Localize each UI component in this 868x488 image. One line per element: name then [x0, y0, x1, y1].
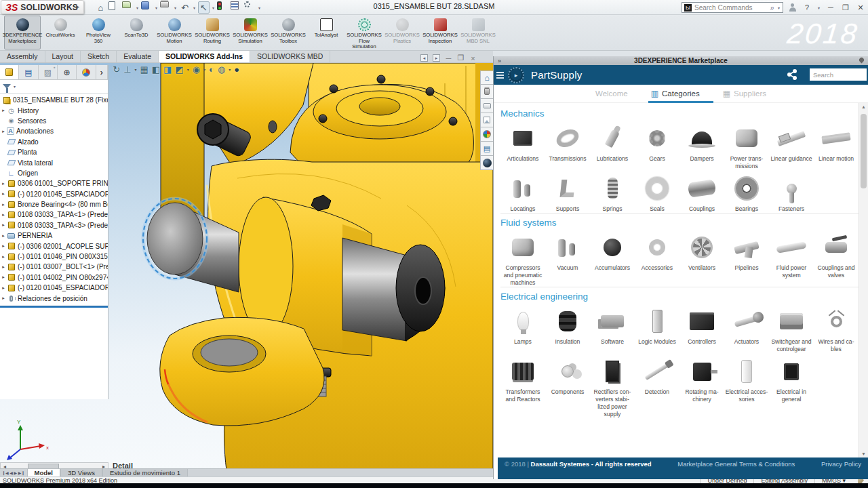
search-commands-input[interactable]: Ы Search Commands ⌕▾ [682, 2, 783, 13]
doc-tab-3d-views[interactable]: 3D Views [60, 469, 102, 476]
tab-evaluate[interactable]: Evaluate [117, 51, 159, 62]
undo-icon[interactable]: ↶ [179, 1, 191, 14]
category-item[interactable]: Fluid power system [769, 229, 814, 287]
tree-item[interactable]: ▸(-) 0120 01045_ESPACIADOR Ø81xØ1 [0, 283, 108, 293]
expand-arrow-icon[interactable]: ▸ [0, 202, 7, 207]
taskpane-home-icon[interactable]: ⌂ [480, 70, 494, 85]
dropdown-caret-icon[interactable]: ▾ [212, 5, 214, 10]
category-item[interactable]: Transformers and Reactors [500, 353, 545, 418]
tree-item[interactable]: ▸0108 03033_TAPA<3> (Predetermina [0, 220, 108, 230]
tab-solidworks-mbd[interactable]: SOLIDWORKS MBD [250, 51, 330, 62]
print-icon[interactable] [160, 1, 172, 14]
category-item[interactable]: Bearings [724, 170, 769, 213]
category-item[interactable]: Couplings and valves [814, 229, 859, 287]
footer-privacy-link[interactable]: Privacy Policy [821, 460, 861, 479]
next-window-icon[interactable]: ▸ [433, 54, 440, 62]
doc-tab-estudio-de-movimiento-1[interactable]: Estudio de movimiento 1 [102, 469, 188, 476]
category-item[interactable]: Gears [635, 120, 679, 170]
rebuild-traffic-light-icon[interactable] [217, 1, 229, 14]
scene-icon[interactable]: ◍ [218, 64, 225, 75]
category-item[interactable]: Fasteners [769, 170, 814, 213]
display-style-edges-icon[interactable]: ◨ [163, 64, 172, 75]
dropdown-caret-icon[interactable]: ▾ [193, 5, 195, 10]
partsupply-tab-suppliers[interactable]: ▦Suppliers [723, 89, 766, 98]
expand-arrow-icon[interactable]: ▸ [0, 233, 7, 239]
search-icon[interactable]: ⌕ [770, 3, 774, 12]
share-icon[interactable] [787, 69, 797, 83]
tree-item[interactable]: ▸0108 03033_TAPA<1> (Predetermina [0, 209, 108, 220]
help-caret-icon[interactable]: ▾ [818, 5, 820, 10]
expand-arrow-icon[interactable]: ▸ [0, 254, 7, 260]
ribbon-button-simulation[interactable]: SOLIDWORKS Simulation [232, 16, 269, 49]
appearance-icon[interactable]: ◐ [209, 64, 214, 75]
category-item[interactable]: Accessories [635, 229, 679, 287]
taskpane-design-library-icon[interactable] [480, 113, 494, 127]
rotate-view-icon[interactable]: ↻ [113, 64, 120, 75]
expand-arrow-icon[interactable]: ▸ [0, 296, 7, 301]
partsupply-tab-welcome[interactable]: Welcome [595, 89, 628, 98]
dropdown-caret-icon[interactable]: ▾ [136, 5, 138, 10]
tree-item[interactable]: ▸(-) 0101 03007_BOLT<1> (Predeterm [0, 262, 108, 272]
view-orientation-icon[interactable]: ● [234, 64, 239, 75]
category-item[interactable]: Articulations [500, 120, 545, 170]
tree-tabs-overflow[interactable]: › [96, 65, 108, 79]
footer-terms-link[interactable]: Marketplace General Terms & Conditions [672, 460, 801, 479]
dropdown-caret-icon[interactable]: ▾ [229, 67, 231, 72]
category-item[interactable]: Accumulators [590, 229, 635, 287]
tree-item[interactable]: ▸0306 01001_SOPORTE PRINCIPAL DE [0, 178, 108, 188]
taskpane-file-explorer-icon[interactable] [480, 99, 494, 113]
dropdown-caret-icon[interactable]: ▾ [174, 5, 176, 10]
expand-arrow-icon[interactable]: ▸ [0, 129, 7, 134]
taskpane-recycle-icon[interactable] [480, 85, 494, 99]
tab-sketch[interactable]: Sketch [81, 51, 117, 62]
category-item[interactable]: Actuators [724, 303, 769, 353]
category-item[interactable]: Detection [635, 353, 679, 418]
category-item[interactable]: Supports [545, 170, 590, 213]
tree-item[interactable]: 0315_ENSAMBLE BUT 28 (Fixed) [0, 95, 108, 105]
expand-arrow-icon[interactable]: ▸ [0, 243, 7, 249]
prev-window-icon[interactable]: ◂ [420, 54, 428, 62]
view-settings-icon[interactable]: ▦ [140, 64, 148, 75]
tab-assembly[interactable]: Assembly [0, 51, 45, 62]
tab-displaymanager[interactable] [77, 65, 96, 79]
file-properties-icon[interactable] [231, 1, 242, 14]
ribbon-button-motion[interactable]: SOLIDWORKS Motion [156, 16, 193, 49]
category-item[interactable]: Logic Modules [635, 303, 679, 353]
display-style-wire-icon[interactable]: ◩ [175, 64, 183, 75]
ribbon-button-photoview[interactable]: PhotoView 360 [80, 16, 117, 49]
ribbon-button-toolbox[interactable]: SOLIDWORKS Toolbox [270, 16, 307, 49]
dropdown-caret-icon[interactable]: ▾ [203, 67, 205, 72]
category-item[interactable]: Springs [590, 170, 635, 213]
expand-arrow-icon[interactable]: ▸ [0, 222, 7, 228]
close-button[interactable]: ✕ [856, 3, 865, 12]
tree-item[interactable]: ◉Sensores [0, 116, 108, 126]
help-button[interactable]: ? [802, 3, 812, 12]
save-icon[interactable] [141, 1, 153, 14]
ribbon-button-inspection[interactable]: SOLIDWORKS Inspection [422, 16, 458, 49]
tree-item[interactable]: ▸(-) 0120 01045_ESPACIADOR Ø81xØ1 [0, 189, 108, 199]
tab-navigation-buttons[interactable]: ❙◀ ◀ ▶ ▶❙ [0, 469, 27, 476]
category-item[interactable]: Controllers [679, 303, 724, 353]
ribbon-button-scanto3d[interactable]: ScanTo3D [118, 16, 155, 49]
taskpane-appearances-icon[interactable] [480, 127, 494, 142]
ribbon-button-tolanalyst[interactable]: TolAnalyst [308, 16, 344, 49]
ribbon-button-routing[interactable]: SOLIDWORKS Routing [194, 16, 231, 49]
category-item[interactable]: Software [590, 303, 635, 353]
tree-item[interactable]: ▸Bronze Bearing<4> (80 mm Bore X 5 [0, 199, 108, 209]
tab-solidworks-add-ins[interactable]: SOLIDWORKS Add-Ins [159, 51, 250, 62]
category-item[interactable]: Linear motion [814, 120, 859, 170]
home-icon[interactable]: ⌂ [95, 1, 106, 14]
expand-arrow-icon[interactable]: ▸ [0, 108, 7, 113]
taskpane-custom-properties-icon[interactable]: ▤ [480, 142, 494, 156]
new-document-icon[interactable] [108, 1, 120, 14]
category-item[interactable]: Locatings [500, 170, 545, 213]
category-item[interactable]: Power trans- missions [724, 120, 769, 170]
solidworks-logo[interactable]: ЗS SOLIDWORKS [1, 0, 84, 14]
section-view-icon[interactable]: ⊥ [123, 64, 131, 75]
dropdown-caret-icon[interactable]: ▾ [187, 67, 189, 72]
rollback-bar[interactable] [0, 306, 108, 308]
select-cursor-icon[interactable]: ↖ [198, 1, 210, 14]
tree-item[interactable]: ▸(-) 0306 02001_ACOPLE SUPERIOR B [0, 241, 108, 251]
expand-arrow-icon[interactable]: ▸ [0, 212, 7, 218]
category-item[interactable]: Switchgear and controlgear [769, 303, 814, 353]
